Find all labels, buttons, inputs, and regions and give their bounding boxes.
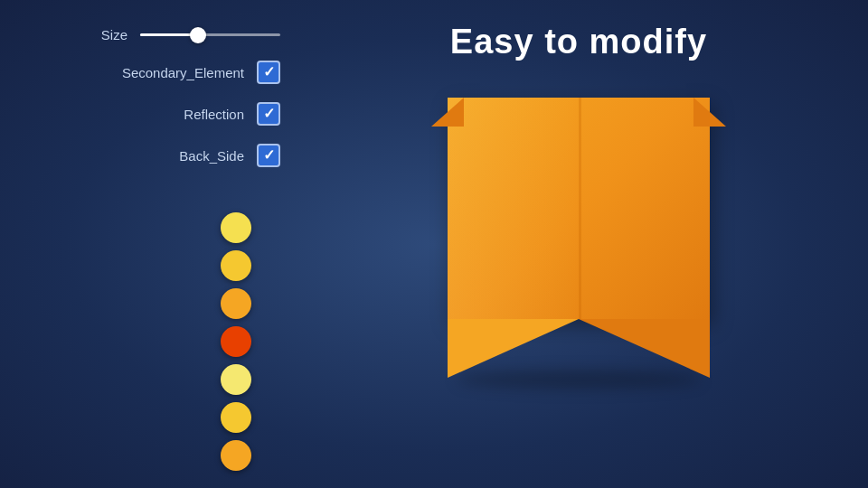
slider-thumb[interactable] (190, 27, 206, 43)
size-slider[interactable] (140, 33, 280, 36)
color-swatch-3[interactable] (221, 288, 251, 319)
right-panel: Easy to modify (289, 0, 868, 488)
ribbon-body (448, 98, 710, 378)
left-panel: Size Secondary_Element ✓ Reflection ✓ (0, 0, 289, 488)
app-container: Size Secondary_Element ✓ Reflection ✓ (0, 0, 868, 488)
secondary-label: Secondary_Element (122, 65, 244, 80)
ribbon-fold-line (579, 98, 581, 319)
ribbon-main (448, 98, 710, 319)
backside-label: Back_Side (127, 148, 244, 164)
color-swatch-2[interactable] (221, 250, 251, 281)
slider-track (140, 33, 280, 36)
color-swatch-4[interactable] (221, 326, 251, 357)
reflection-row: Reflection ✓ (9, 102, 289, 126)
swatches-section (9, 212, 289, 478)
ribbon-point (448, 319, 710, 378)
ribbon-sheen (448, 98, 579, 319)
checkmark-icon: ✓ (263, 148, 275, 163)
ribbon-fold-right (693, 98, 726, 127)
main-title: Easy to modify (450, 23, 707, 61)
ribbon-wrapper (448, 98, 710, 378)
backside-row: Back_Side ✓ (9, 144, 289, 167)
secondary-checkbox[interactable]: ✓ (257, 61, 280, 84)
secondary-element-row: Secondary_Element ✓ (9, 61, 289, 84)
size-control-row: Size (9, 27, 289, 42)
backside-checkbox[interactable]: ✓ (257, 144, 280, 167)
checkmark-icon: ✓ (263, 107, 275, 121)
color-swatch-6[interactable] (221, 402, 251, 433)
size-label: Size (10, 27, 127, 42)
reflection-checkbox[interactable]: ✓ (257, 102, 280, 126)
color-swatch-1[interactable] (221, 212, 251, 243)
ribbon-fold-left (431, 98, 464, 127)
color-swatch-7[interactable] (221, 440, 251, 471)
reflection-label: Reflection (127, 107, 244, 122)
color-swatch-5[interactable] (221, 364, 251, 395)
checkmark-icon: ✓ (263, 65, 275, 80)
